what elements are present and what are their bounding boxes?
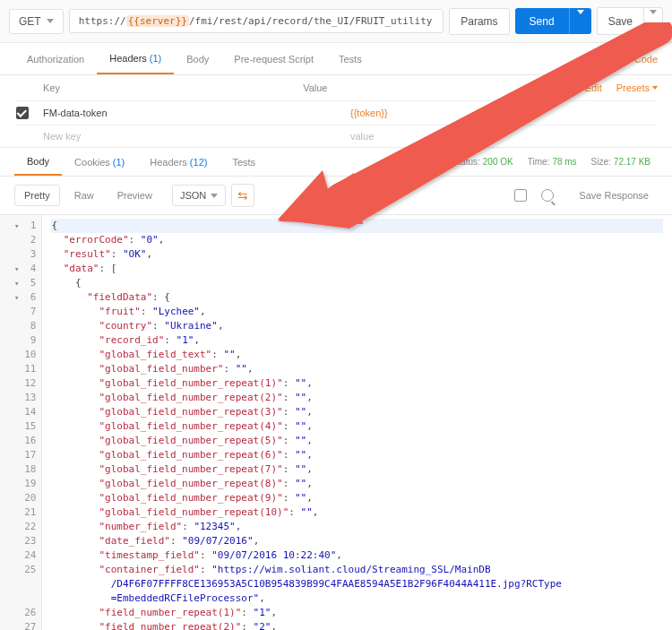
size-value: 72.17 KB bbox=[614, 157, 650, 167]
code-link[interactable]: Code bbox=[634, 54, 658, 65]
copy-icon[interactable] bbox=[514, 189, 527, 202]
tab-tests[interactable]: Tests bbox=[326, 43, 375, 74]
checkbox-checked[interactable] bbox=[16, 107, 29, 119]
tab-response-tests[interactable]: Tests bbox=[220, 148, 268, 176]
tab-response-cookies[interactable]: Cookies (1) bbox=[62, 148, 137, 176]
tab-response-body[interactable]: Body bbox=[14, 148, 62, 176]
method-select[interactable]: GET bbox=[9, 9, 64, 34]
chevron-down-icon bbox=[577, 10, 584, 28]
bulk-edit-link[interactable]: Bulk Edit bbox=[563, 82, 601, 93]
chevron-down-icon bbox=[211, 194, 218, 198]
response-body[interactable]: 1234567891011121314151617181920212223242… bbox=[0, 215, 672, 630]
response-controls: Pretty Raw Preview JSON ⇆ Save Response bbox=[0, 177, 672, 215]
response-tabs: Body Cookies (1) Headers (12) Tests Stat… bbox=[0, 148, 672, 177]
triangle-down-icon bbox=[652, 86, 658, 90]
cookies-link[interactable]: Cookies bbox=[588, 54, 624, 65]
header-key[interactable]: FM-data-token bbox=[43, 108, 350, 118]
params-button[interactable]: Params bbox=[449, 8, 509, 35]
tab-headers[interactable]: Headers (1) bbox=[97, 43, 174, 74]
raw-button[interactable]: Raw bbox=[65, 186, 103, 205]
status-value: 200 OK bbox=[483, 157, 513, 167]
method-label: GET bbox=[19, 15, 41, 28]
format-select[interactable]: JSON bbox=[172, 185, 226, 206]
save-button[interactable]: Save bbox=[597, 7, 643, 35]
request-bar: GET https://{{server}}/fmi/rest/api/reco… bbox=[0, 0, 672, 43]
headers-table: Key Value Bulk Edit Presets FM-data-toke… bbox=[0, 75, 672, 148]
header-value[interactable]: {{token}} bbox=[350, 108, 658, 118]
url-variable: {{server}} bbox=[126, 15, 189, 27]
tab-response-headers[interactable]: Headers (12) bbox=[137, 148, 220, 176]
size-label: Size: bbox=[591, 157, 611, 167]
wrap-icon[interactable]: ⇆ bbox=[231, 184, 254, 207]
tab-body[interactable]: Body bbox=[174, 43, 221, 74]
request-tabs: Authorization Headers (1) Body Pre-reque… bbox=[0, 43, 672, 75]
save-dropdown[interactable] bbox=[643, 7, 663, 35]
search-icon[interactable] bbox=[541, 189, 554, 202]
status-label: Status: bbox=[452, 157, 480, 167]
new-key-input[interactable]: New key bbox=[43, 131, 350, 142]
time-value: 78 ms bbox=[552, 157, 576, 167]
presets-dropdown[interactable]: Presets bbox=[616, 82, 658, 93]
send-button[interactable]: Send bbox=[515, 8, 569, 34]
header-value-col: Value bbox=[303, 82, 563, 93]
save-response-button[interactable]: Save Response bbox=[570, 186, 658, 205]
pretty-button[interactable]: Pretty bbox=[14, 185, 60, 206]
table-row-new: New key value bbox=[14, 125, 658, 147]
new-value-input[interactable]: value bbox=[350, 131, 658, 142]
tab-prerequest[interactable]: Pre-request Script bbox=[221, 43, 326, 74]
preview-button[interactable]: Preview bbox=[108, 186, 161, 205]
header-key-col: Key bbox=[43, 82, 303, 93]
tab-authorization[interactable]: Authorization bbox=[14, 43, 97, 74]
chevron-down-icon bbox=[650, 10, 657, 28]
time-label: Time: bbox=[528, 157, 550, 167]
chevron-down-icon bbox=[47, 19, 54, 23]
send-dropdown[interactable] bbox=[569, 8, 591, 34]
table-row: FM-data-token {{token}} bbox=[14, 100, 658, 125]
url-input[interactable]: https://{{server}}/fmi/rest/api/record/t… bbox=[69, 9, 444, 33]
